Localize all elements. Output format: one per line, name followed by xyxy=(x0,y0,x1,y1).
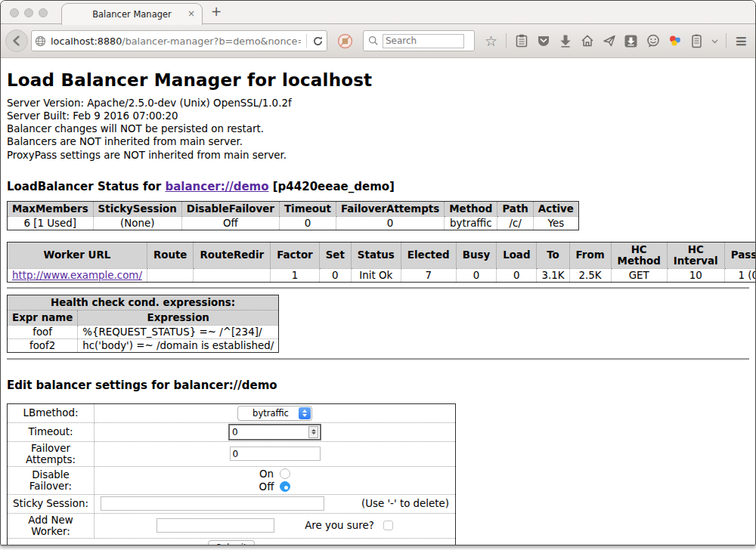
cell-passes: 1 (0) xyxy=(724,268,755,282)
status-heading-suffix: [p4420eeae_demo] xyxy=(269,180,395,193)
table-row: http://www.example.com/ 1 0 Init Ok 7 0 … xyxy=(8,268,756,282)
cell-factor: 1 xyxy=(271,268,320,282)
col-stickysession: StickySession xyxy=(93,201,181,216)
persist-notice-line: Balancer changes will NOT be persisted o… xyxy=(7,122,749,135)
add-worker-label: Add New Worker: xyxy=(8,513,94,538)
edit-balancer-form: LBmethod: bytraffic Timeout: xyxy=(7,403,456,545)
cell-failoverattempts: 0 xyxy=(336,216,444,230)
cell-routeredir xyxy=(194,268,271,282)
table-title-row: Health check cond. expressions: xyxy=(8,295,279,310)
col-to: To xyxy=(537,242,569,268)
loadbalancer-status-heading: LoadBalancer Status for balancer://demo … xyxy=(7,180,749,193)
col-method: Method xyxy=(445,201,497,216)
col-expression: Expression xyxy=(78,310,279,325)
window-minimize-button[interactable] xyxy=(24,8,33,17)
server-version-line: Server Version: Apache/2.5.0-dev (Unix) … xyxy=(7,97,749,110)
col-load: Load xyxy=(497,242,537,268)
tab-close-icon[interactable]: × xyxy=(187,8,195,19)
worker-url-link[interactable]: http://www.example.com/ xyxy=(12,270,142,281)
failover-attempts-input[interactable] xyxy=(230,446,321,461)
lbmethod-selected-value: bytraffic xyxy=(247,408,294,419)
timeout-input-wrap xyxy=(228,424,321,440)
tab-bar: Balancer Manager × + xyxy=(1,1,755,24)
off-label: Off xyxy=(259,480,274,493)
cell-elected: 7 xyxy=(401,268,456,282)
col-path: Path xyxy=(497,201,533,216)
off-radio[interactable] xyxy=(280,481,290,492)
sticky-session-label: Sticky Session: xyxy=(8,494,94,513)
inherit-notice-line: Balancers are NOT inherited from main se… xyxy=(7,135,749,148)
window-close-button[interactable] xyxy=(10,8,19,17)
search-bar[interactable] xyxy=(363,30,475,51)
sticky-session-input[interactable] xyxy=(101,496,324,511)
col-status: Status xyxy=(351,242,401,268)
timeout-input[interactable] xyxy=(230,426,308,438)
on-label: On xyxy=(259,468,274,480)
cell-hc-interval: 10 xyxy=(667,268,724,282)
cell-path: /c/ xyxy=(497,216,533,230)
cell-active: Yes xyxy=(533,216,578,230)
form-row-failover-attempts: Failover Attempts: xyxy=(8,441,456,466)
balancer-demo-link[interactable]: balancer://demo xyxy=(165,180,268,193)
window-zoom-button[interactable] xyxy=(39,8,48,17)
submit-button[interactable]: Submit xyxy=(208,540,256,545)
form-row-disable-failover: Disable Failover: On Off xyxy=(8,466,456,494)
home-icon[interactable] xyxy=(580,34,594,48)
tab-balancer-manager[interactable]: Balancer Manager × xyxy=(61,3,203,25)
col-timeout: Timeout xyxy=(279,201,336,216)
col-hc-method: HC Method xyxy=(611,242,667,268)
clipboard-icon[interactable] xyxy=(514,34,528,48)
col-busy: Busy xyxy=(456,242,496,268)
table-row: foof2 hc('body') =~ /domain is establish… xyxy=(8,338,279,352)
divider xyxy=(7,287,749,289)
are-you-sure-label: Are you sure? xyxy=(305,520,374,531)
col-worker-url: Worker URL xyxy=(8,242,147,268)
lbmethod-select[interactable]: bytraffic xyxy=(237,406,312,421)
download-panel-icon[interactable] xyxy=(624,34,638,48)
disable-failover-off-option: Off xyxy=(99,480,451,493)
forum-smiley-icon[interactable] xyxy=(646,34,660,48)
worker-status-table: Worker URL Route RouteRedir Factor Set S… xyxy=(7,242,755,283)
on-radio[interactable] xyxy=(280,468,290,479)
cell-status: Init Ok xyxy=(351,268,401,282)
globe-icon xyxy=(35,36,46,47)
col-passes: Passes xyxy=(724,242,755,268)
cell-disablefailover: Off xyxy=(181,216,279,230)
col-expr-name: Expr name xyxy=(8,310,78,325)
overflow-caret-icon[interactable] xyxy=(711,38,718,45)
search-input[interactable] xyxy=(383,34,464,48)
back-button[interactable] xyxy=(5,29,28,52)
are-you-sure-checkbox[interactable] xyxy=(383,521,393,530)
url-domain: localhost:8880 xyxy=(51,36,122,47)
bookmark-star-icon[interactable]: ☆ xyxy=(484,34,498,48)
download-arrow-icon[interactable] xyxy=(558,34,572,48)
content-blocked-icon[interactable] xyxy=(337,33,353,49)
url-bar[interactable]: localhost:8880/balancer-manager?b=demo&n… xyxy=(31,30,327,51)
new-tab-button[interactable]: + xyxy=(211,4,222,19)
health-table-title: Health check cond. expressions: xyxy=(8,295,279,310)
cell-expression: %{REQUEST_STATUS} =~ /^[234]/ xyxy=(78,325,279,338)
form-row-sticky-session: Sticky Session: (Use '-' to delete) xyxy=(8,494,456,513)
balancer-status-table: MaxMembers StickySession DisableFailover… xyxy=(7,201,579,230)
battery-device-icon[interactable] xyxy=(689,34,704,48)
form-row-submit: Submit xyxy=(8,538,456,545)
reload-icon[interactable] xyxy=(312,36,324,47)
toolbar-separator xyxy=(506,33,507,48)
table-row: 6 [1 Used] (None) Off 0 0 bytraffic /c/ … xyxy=(8,216,579,230)
cell-from: 2.5K xyxy=(569,268,611,282)
add-worker-input[interactable] xyxy=(156,518,274,533)
col-factor: Factor xyxy=(271,242,320,268)
col-routeredir: RouteRedir xyxy=(194,242,271,268)
color-dots-icon[interactable] xyxy=(668,34,682,48)
form-row-add-worker: Add New Worker: Are you sure? xyxy=(8,513,456,538)
hamburger-menu-icon[interactable]: ≡ xyxy=(734,34,748,48)
toolbar-separator xyxy=(726,33,727,48)
pocket-icon[interactable] xyxy=(536,34,550,48)
send-icon[interactable] xyxy=(602,34,616,48)
number-stepper-icon[interactable] xyxy=(308,426,318,438)
url-separator xyxy=(306,34,307,48)
cell-worker-url: http://www.example.com/ xyxy=(8,268,147,282)
col-failoverattempts: FailoverAttempts xyxy=(336,201,444,216)
url-path: /balancer-manager?b=demo&nonce=decc37be-… xyxy=(122,36,301,47)
table-header-row: Worker URL Route RouteRedir Factor Set S… xyxy=(8,242,756,268)
